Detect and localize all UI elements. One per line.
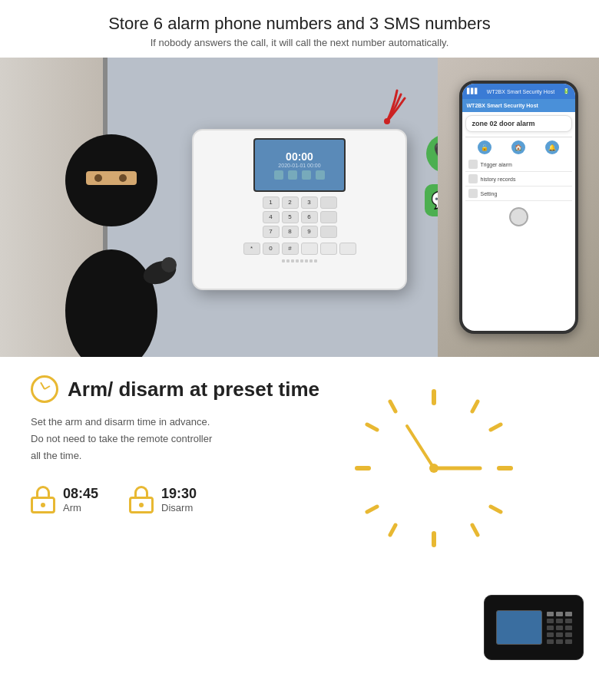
phone-area: ▋▋▋ WT2BX Smart Security Host 🔋 WT2BX Sm… [438, 58, 599, 357]
key-hash: # [282, 243, 299, 255]
lock-dot [41, 503, 45, 507]
top-header: Store 6 alarm phone numbers and 3 SMS nu… [0, 0, 599, 58]
desc-line1: Set the arm and disarm time in advance. [31, 416, 210, 428]
speaker-grille [282, 259, 317, 262]
dk-9 [565, 626, 572, 630]
key-3: 3 [301, 196, 318, 209]
grille-dot [296, 259, 299, 262]
clock-svg [346, 380, 522, 556]
dark-device-keypad [547, 612, 572, 644]
key-6: 6 [301, 211, 318, 223]
svg-point-3 [94, 174, 102, 182]
dk-10 [547, 632, 554, 637]
menu-history: history records [465, 172, 572, 187]
grille-dot [286, 259, 290, 262]
smartphone: ▋▋▋ WT2BX Smart Security Host 🔋 WT2BX Sm… [459, 81, 578, 334]
panel-screen: 00:00 2020-01-01 00:00 [253, 138, 346, 192]
phone-home-button [509, 207, 528, 226]
svg-line-16 [367, 507, 377, 512]
phone-battery: 🔋 [563, 88, 570, 94]
nav-disarmed: 🔓 [478, 140, 491, 154]
key-8: 8 [282, 226, 299, 238]
svg-point-22 [429, 464, 438, 473]
menu-setting: Setting [465, 187, 572, 201]
key-c [320, 226, 337, 238]
grille-dot [309, 259, 313, 262]
alarm-panel: 00:00 2020-01-01 00:00 1 2 3 4 5 6 7 [192, 129, 407, 290]
alarm-text: zone 02 door alarm [472, 120, 535, 127]
dk-1 [547, 612, 554, 616]
svg-line-21 [407, 426, 434, 468]
dk-7 [547, 626, 554, 630]
dk-11 [556, 632, 563, 637]
grille-dot [282, 259, 285, 262]
menu-history-label: history records [481, 177, 516, 182]
menu-trigger: Trigger alarm [465, 157, 572, 172]
lock-body-2 [129, 497, 154, 513]
svg-rect-2 [86, 171, 137, 185]
grille-dot [300, 259, 303, 262]
phone-title-bar: WT2BX Smart Security Host [487, 89, 554, 94]
disarm-time-info: 19:30 Disarm [161, 486, 197, 513]
dk-14 [556, 639, 563, 644]
svg-point-4 [119, 174, 127, 182]
menu-trigger-label: Trigger alarm [481, 162, 512, 167]
nav-alarm: 🔔 [545, 140, 559, 154]
key-1: 1 [263, 196, 280, 209]
disarm-badge: 19:30 Disarm [129, 486, 197, 513]
grille-dot [305, 259, 308, 262]
panel-bottom-keys: * 0 # [243, 243, 356, 255]
alarm-bubble: zone 02 door alarm [465, 115, 572, 132]
nav-home: 🏠 [511, 140, 525, 154]
key-7: 7 [263, 226, 280, 238]
arm-time-label: Arm [63, 502, 98, 513]
dark-alarm-device [484, 595, 584, 660]
hero-image: 00:00 2020-01-01 00:00 1 2 3 4 5 6 7 [0, 58, 599, 357]
alarm-notification: zone 02 door alarm 🔓 🏠 🔔 Trigger alarm h… [462, 112, 575, 204]
lock-shackle-2 [134, 486, 148, 497]
svg-point-0 [65, 249, 157, 357]
dk-4 [547, 619, 554, 623]
svg-line-13 [472, 401, 478, 411]
svg-line-19 [472, 525, 478, 535]
menu-icon-setting [468, 189, 478, 198]
arm-lock-icon [31, 486, 55, 513]
arm-time-info: 08:45 Arm [63, 486, 98, 513]
key-d1 [301, 243, 318, 255]
phone-header-text: WT2BX Smart Security Host [467, 103, 538, 108]
panel-icon-2 [288, 170, 297, 180]
panel-icon-3 [302, 170, 311, 180]
panel-date: 2020-01-01 00:00 [278, 163, 320, 168]
grille-dot [291, 259, 294, 262]
svg-line-14 [367, 424, 377, 430]
phone-status-bar: ▋▋▋ WT2BX Smart Security Host 🔋 [462, 84, 575, 99]
burglar-svg [46, 58, 177, 357]
svg-line-18 [390, 525, 395, 535]
svg-line-17 [491, 507, 501, 512]
analog-clock-graphic [346, 380, 522, 556]
dk-15 [565, 639, 572, 644]
arm-badge: 08:45 Arm [31, 486, 98, 513]
panel-clock: 00:00 [286, 150, 313, 163]
phone-app-header: WT2BX Smart Security Host [462, 99, 575, 112]
panel-icon-4 [316, 170, 325, 180]
dk-5 [556, 619, 563, 623]
key-star: * [243, 243, 260, 255]
main-title: Store 6 alarm phone numbers and 3 SMS nu… [31, 14, 568, 34]
dk-2 [556, 612, 563, 616]
phone-nav: 🔓 🏠 🔔 [465, 137, 572, 157]
key-d3 [339, 243, 356, 255]
lock-dot-2 [139, 503, 144, 507]
key-2: 2 [282, 196, 299, 209]
dk-13 [547, 639, 554, 644]
key-d2 [320, 243, 337, 255]
main-subtitle: If nobody answers the call, it will call… [31, 37, 568, 48]
key-9: 9 [301, 226, 318, 238]
svg-line-15 [491, 424, 501, 430]
wifi-svg [366, 87, 409, 125]
key-0: 0 [263, 243, 280, 255]
dk-12 [565, 632, 572, 637]
grille-dot [314, 259, 317, 262]
menu-icon-history [468, 174, 478, 183]
panel-icons [274, 170, 325, 180]
